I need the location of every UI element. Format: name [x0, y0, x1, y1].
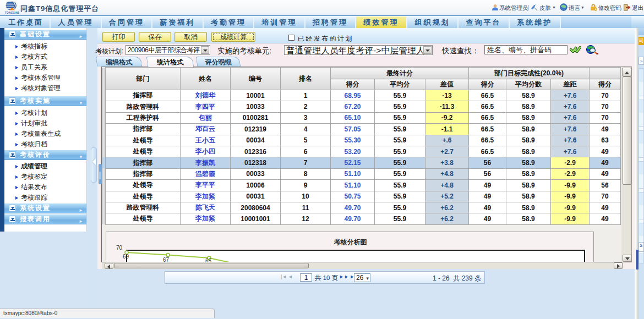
- svg-text:65: 65: [205, 258, 212, 262]
- svg-text:67: 67: [163, 257, 170, 262]
- svg-text:TONGXINE: TONGXINE: [5, 12, 19, 14]
- svg-text:70: 70: [116, 245, 123, 251]
- svg-text:69: 69: [123, 254, 129, 260]
